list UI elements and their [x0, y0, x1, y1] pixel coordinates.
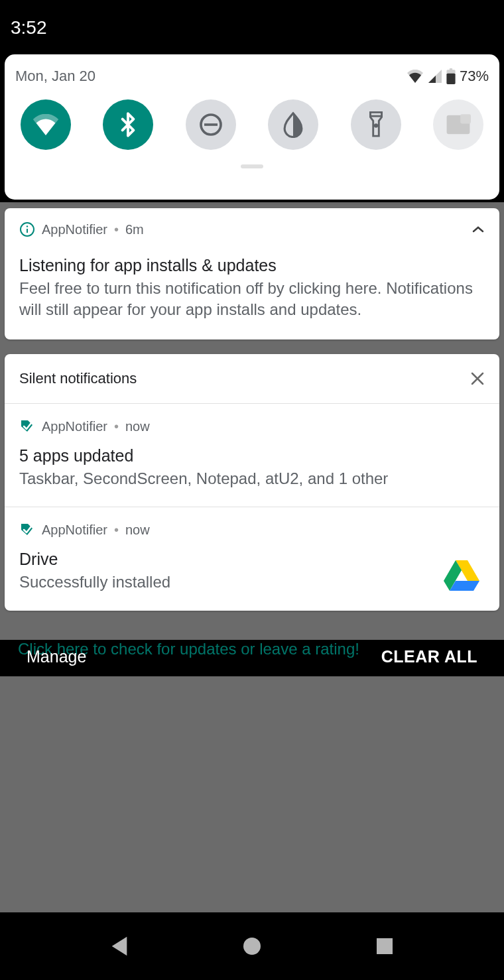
svg-rect-15: [377, 938, 393, 954]
manage-button[interactable]: Manage: [27, 647, 86, 666]
google-drive-icon: [444, 559, 479, 591]
appnotifier-icon: [19, 522, 35, 538]
notif-time: now: [125, 419, 150, 434]
quick-settings-panel: Mon, Jan 20 73%: [5, 54, 499, 200]
invert-colors-icon: [281, 111, 305, 138]
cast-icon: [446, 113, 471, 136]
nav-home-button[interactable]: [235, 930, 269, 963]
qs-cast-toggle[interactable]: [433, 99, 483, 150]
recents-icon: [375, 937, 394, 955]
notif-time: 6m: [125, 222, 144, 237]
notif-time: now: [125, 522, 150, 538]
notif-app-name: AppNotifier: [42, 522, 107, 538]
svg-rect-2: [446, 74, 455, 84]
notification-appnotifier-listening[interactable]: AppNotifier • 6m Listening for app insta…: [5, 208, 499, 339]
svg-point-14: [243, 938, 261, 955]
notif-app-name: AppNotifier: [42, 222, 107, 237]
svg-rect-1: [450, 68, 452, 70]
silent-header-title: Silent notifications: [19, 370, 137, 387]
bluetooth-icon: [119, 111, 137, 138]
silent-notifications-card: Silent notifications AppNotifier • now 5…: [5, 354, 499, 611]
cell-signal-icon: [428, 70, 442, 83]
home-icon: [242, 936, 262, 956]
notification-apps-updated[interactable]: AppNotifier • now 5 apps updated Taskbar…: [5, 404, 499, 507]
back-icon: [109, 935, 129, 957]
separator-dot: •: [114, 419, 119, 434]
notification-drive-installed[interactable]: AppNotifier • now Drive Successfully ins…: [5, 507, 499, 610]
notif-title: Listening for app installs & updates: [19, 256, 485, 275]
notif-body: Feel free to turn this notification off …: [19, 278, 485, 321]
separator-dot: •: [114, 522, 119, 538]
qs-flashlight-toggle[interactable]: [351, 99, 401, 150]
appnotifier-icon: [19, 418, 35, 434]
qs-wifi-toggle[interactable]: [21, 99, 71, 150]
info-icon: [19, 221, 35, 237]
nav-back-button[interactable]: [103, 930, 136, 963]
svg-point-11: [27, 225, 28, 227]
nav-recents-button[interactable]: [368, 930, 401, 963]
navigation-bar: [0, 912, 504, 980]
svg-rect-8: [460, 114, 471, 123]
qs-bluetooth-toggle[interactable]: [103, 99, 153, 150]
separator-dot: •: [114, 222, 119, 237]
qs-invert-toggle[interactable]: [268, 99, 318, 150]
notif-body: Taskbar, SecondScreen, Notepad, atU2, an…: [19, 468, 485, 489]
battery-icon: [446, 68, 456, 84]
svg-point-6: [375, 125, 377, 127]
notif-app-name: AppNotifier: [42, 419, 107, 434]
status-time: 3:52: [11, 17, 47, 38]
close-icon[interactable]: [470, 371, 485, 386]
collapse-caret-icon[interactable]: [472, 225, 485, 233]
wifi-icon: [32, 114, 59, 135]
clear-all-button[interactable]: CLEAR ALL: [381, 647, 477, 666]
notif-title: Drive: [19, 550, 485, 569]
status-icons: 73%: [407, 68, 489, 85]
wifi-status-icon: [407, 70, 424, 83]
notif-body: Successfully installed: [19, 572, 485, 593]
battery-percent: 73%: [460, 68, 489, 85]
flashlight-icon: [368, 111, 384, 138]
notif-title: 5 apps updated: [19, 446, 485, 465]
qs-dnd-toggle[interactable]: [186, 99, 236, 150]
qs-expand-handle[interactable]: [241, 164, 263, 168]
dnd-icon: [198, 111, 224, 138]
qs-date: Mon, Jan 20: [15, 68, 95, 85]
